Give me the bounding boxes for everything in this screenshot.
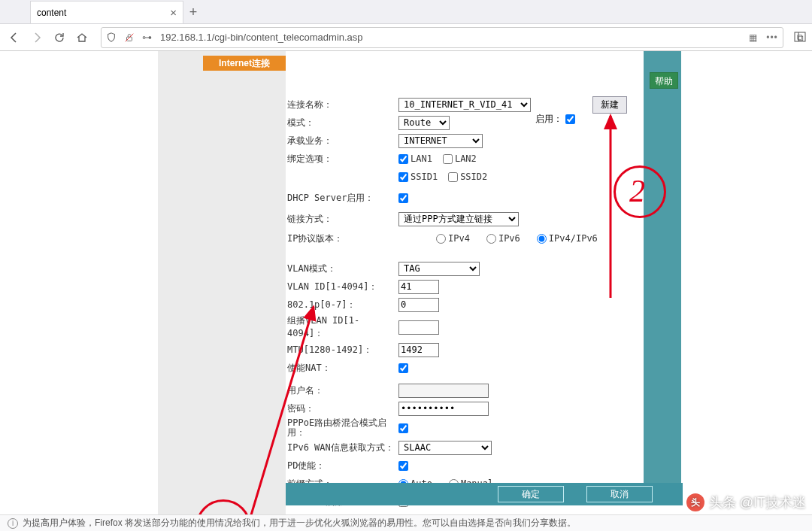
pass-input[interactable] [398, 402, 489, 416]
dhcp-checkbox[interactable] [398, 193, 408, 203]
close-icon[interactable]: × [170, 6, 177, 19]
reload-button[interactable] [51, 29, 68, 46]
pd-checkbox[interactable] [398, 461, 408, 471]
ipv4-radio[interactable] [436, 234, 446, 244]
tab-title: content [37, 8, 66, 18]
vlanmode-select[interactable]: TAG [398, 262, 480, 276]
8021p-input[interactable] [398, 298, 439, 312]
config-form: 连接名称： 10_INTERNET_R_VID_41 模式： Route 承载业… [287, 96, 641, 531]
watermark-badge: 头 [686, 493, 704, 511]
mtu-input[interactable] [398, 343, 439, 357]
mcvlan-input[interactable] [398, 320, 439, 335]
conn-name-select[interactable]: 10_INTERNET_R_VID_41 [398, 98, 531, 112]
mtu-label: MTU[1280-1492]： [287, 344, 398, 357]
more-icon[interactable]: ••• [766, 32, 778, 44]
ok-button[interactable]: 确定 [498, 486, 564, 502]
svg-rect-2 [795, 32, 805, 41]
lan2-checkbox[interactable] [443, 154, 453, 164]
user-input[interactable] [398, 384, 489, 398]
lock-off-icon [124, 32, 138, 43]
ipv6wan-label: IPv6 WAN信息获取方式： [287, 441, 398, 454]
sidebar [158, 51, 286, 514]
sidebar-tab-internet[interactable]: Internet连接 [203, 56, 286, 71]
url-text: 192.168.1.1/cgi-bin/content_telecomadmin… [160, 32, 742, 43]
service-label: 承载业务： [287, 135, 398, 147]
forward-button[interactable] [29, 29, 45, 46]
page-content: Internet连接 帮助 新建 启用： 连接名称： 10_INTERNET_R… [0, 51, 812, 514]
browser-nav-bar: ⊶ 192.168.1.1/cgi-bin/content_telecomadm… [0, 24, 812, 51]
user-label: 用户名： [287, 384, 398, 397]
home-button[interactable] [74, 29, 90, 46]
8021p-label: 802.1p[0-7]： [287, 299, 398, 311]
bind-label: 绑定选项： [287, 153, 398, 165]
browser-tab-bar: content × + [0, 0, 812, 24]
mode-select[interactable]: Route [398, 116, 450, 130]
linktype-label: 链接方式： [287, 213, 398, 226]
nat-label: 使能NAT： [287, 362, 398, 375]
dhcp-label: DHCP Server启用： [287, 192, 398, 205]
ipv6wan-select[interactable]: SLAAC [398, 441, 492, 455]
sidebar-toggle-icon[interactable] [794, 31, 806, 45]
notification-text: 为提高用户体验，Firefox 将发送部分功能的使用情况给我们，用于进一步优化火… [23, 517, 576, 529]
browser-tab[interactable]: content × [30, 1, 183, 23]
vlanid-input[interactable] [398, 280, 439, 294]
mcvlan-label: 组播VLAN ID[1-4094]： [287, 314, 398, 340]
annotation-2: 2 [614, 165, 666, 218]
ssid2-checkbox[interactable] [448, 172, 458, 182]
ipv6-radio[interactable] [486, 234, 496, 244]
watermark-text: 头条 @IT技术迷 [709, 493, 806, 511]
pppoe-bridge-label: PPPoE路由桥混合模式启用： [287, 418, 398, 438]
ssid1-checkbox[interactable] [398, 172, 408, 182]
linked-icon: ⊶ [142, 32, 156, 43]
pass-label: 密码： [287, 402, 398, 415]
vlanmode-label: VLAN模式： [287, 262, 398, 275]
watermark: 头 头条 @IT技术迷 [686, 493, 806, 511]
ipver-label: IP协议版本： [287, 232, 398, 245]
pppoe-bridge-checkbox[interactable] [398, 423, 408, 433]
pd-label: PD使能： [287, 460, 398, 472]
shield-icon [106, 32, 120, 43]
nat-checkbox[interactable] [398, 363, 408, 373]
service-select[interactable]: INTERNET [398, 134, 483, 148]
linktype-select[interactable]: 通过PPP方式建立链接 [398, 212, 519, 226]
notification-bar: i 为提高用户体验，Firefox 将发送部分功能的使用情况给我们，用于进一步优… [0, 514, 812, 531]
ipv46-radio[interactable] [537, 234, 547, 244]
vlanid-label: VLAN ID[1-4094]： [287, 281, 398, 293]
footer-bar: 确定 取消 [286, 483, 683, 505]
lan1-checkbox[interactable] [398, 154, 408, 164]
help-button[interactable]: 帮助 [650, 72, 678, 89]
qr-icon[interactable]: ▦ [747, 32, 759, 44]
mode-label: 模式： [287, 117, 398, 129]
conn-name-label: 连接名称： [287, 99, 398, 111]
info-icon: i [8, 518, 18, 529]
back-button[interactable] [6, 29, 23, 46]
right-accent [644, 51, 681, 483]
new-tab-button[interactable]: + [183, 2, 203, 23]
cancel-button[interactable]: 取消 [586, 486, 653, 502]
address-bar[interactable]: ⊶ 192.168.1.1/cgi-bin/content_telecomadm… [101, 27, 783, 48]
